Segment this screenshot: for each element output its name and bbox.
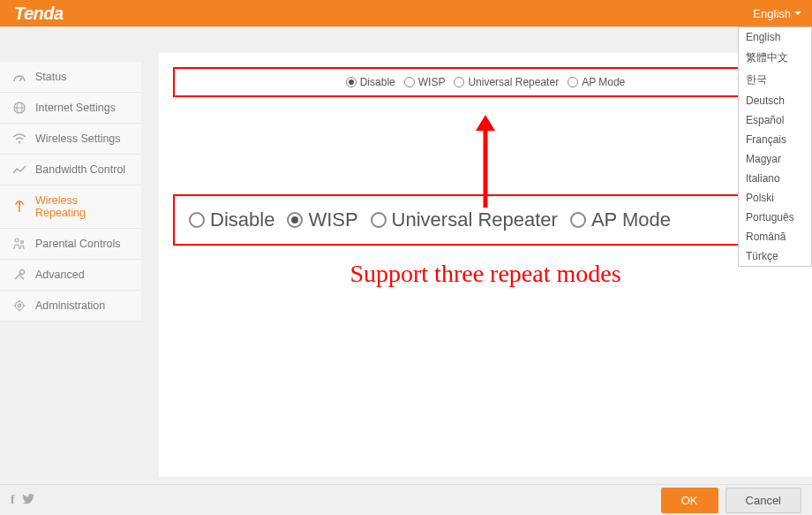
lang-option[interactable]: Italiano bbox=[739, 169, 811, 188]
main-content: Disable WISP Universal Repeater AP Mode … bbox=[141, 27, 812, 484]
radio-option-wisp-large[interactable]: WISP bbox=[287, 208, 357, 231]
radio-label: Universal Repeater bbox=[468, 76, 559, 88]
sidebar-item-wireless-repeating[interactable]: Wireless Repeating bbox=[0, 186, 141, 229]
lang-option[interactable]: Español bbox=[739, 110, 811, 130]
radio-label: WISP bbox=[308, 208, 357, 231]
radio-label: Disable bbox=[360, 76, 395, 88]
lang-option[interactable]: Português bbox=[739, 208, 811, 227]
ok-button[interactable]: OK bbox=[661, 488, 718, 513]
sidebar-item-wireless-settings[interactable]: Wireless Settings bbox=[0, 124, 141, 155]
wifi-icon bbox=[12, 133, 26, 145]
sidebar-item-label: Parental Controls bbox=[35, 238, 121, 250]
svg-point-10 bbox=[20, 270, 25, 275]
sidebar-item-parental-controls[interactable]: Parental Controls bbox=[0, 229, 141, 260]
cancel-button[interactable]: Cancel bbox=[726, 488, 801, 513]
mode-radio-group-small: Disable WISP Universal Repeater AP Mode bbox=[173, 67, 798, 97]
radio-icon bbox=[404, 77, 415, 87]
svg-point-13 bbox=[18, 304, 21, 307]
annotation-caption: Support three repeat modes bbox=[159, 260, 812, 288]
mode-radio-group-large: Disable WISP Universal Repeater AP Mode bbox=[173, 194, 798, 246]
language-selector[interactable]: English bbox=[753, 7, 801, 20]
gear-icon bbox=[12, 299, 26, 312]
sidebar-item-label: Advanced bbox=[35, 269, 85, 281]
lang-option[interactable]: 繁體中文 bbox=[739, 47, 811, 69]
radio-option-wisp[interactable]: WISP bbox=[404, 76, 446, 88]
lang-option[interactable]: Français bbox=[739, 130, 811, 149]
lang-option[interactable]: Türkçe bbox=[739, 246, 811, 266]
lang-option[interactable]: 한국 bbox=[739, 69, 811, 91]
sidebar-item-bandwidth-control[interactable]: Bandwidth Control bbox=[0, 155, 141, 186]
globe-icon bbox=[12, 102, 26, 114]
sidebar-item-administration[interactable]: Administration bbox=[0, 291, 141, 322]
antenna-icon bbox=[12, 201, 26, 213]
caret-down-icon bbox=[794, 11, 801, 15]
lang-option[interactable]: Magyar bbox=[739, 149, 811, 169]
svg-point-4 bbox=[19, 141, 20, 143]
lang-option[interactable]: Română bbox=[739, 227, 811, 246]
footer-buttons: OK Cancel bbox=[661, 488, 801, 513]
svg-point-7 bbox=[15, 239, 19, 242]
radio-icon bbox=[287, 212, 303, 228]
radio-icon bbox=[189, 212, 205, 228]
radio-option-disable[interactable]: Disable bbox=[346, 76, 395, 88]
facebook-icon[interactable]: f bbox=[11, 493, 15, 507]
tools-icon bbox=[12, 269, 26, 281]
radio-option-universal-repeater[interactable]: Universal Repeater bbox=[454, 76, 559, 88]
sidebar-item-label: Bandwidth Control bbox=[35, 163, 125, 176]
svg-point-12 bbox=[16, 302, 24, 310]
svg-line-11 bbox=[20, 276, 24, 279]
lang-option[interactable]: Polski bbox=[739, 188, 811, 208]
sidebar-item-label: Internet Settings bbox=[35, 102, 116, 114]
svg-point-6 bbox=[19, 202, 20, 204]
svg-line-0 bbox=[19, 78, 22, 81]
twitter-icon[interactable] bbox=[22, 493, 34, 507]
sidebar-item-label: Wireless Repeating bbox=[35, 194, 129, 219]
radio-option-ap-mode-large[interactable]: AP Mode bbox=[570, 208, 671, 231]
current-language-label: English bbox=[753, 7, 791, 20]
sidebar-item-internet-settings[interactable]: Internet Settings bbox=[0, 93, 141, 124]
logo: Tenda bbox=[14, 4, 64, 24]
svg-point-8 bbox=[21, 241, 24, 244]
radio-label: AP Mode bbox=[582, 76, 625, 88]
radio-label: AP Mode bbox=[591, 208, 671, 231]
radio-label: Disable bbox=[210, 208, 274, 231]
app-header: Tenda English bbox=[0, 0, 812, 27]
sidebar: Status Internet Settings Wireless Settin… bbox=[0, 27, 141, 484]
social-links: f bbox=[11, 493, 34, 507]
radio-icon bbox=[371, 212, 387, 228]
radio-option-disable-large[interactable]: Disable bbox=[189, 208, 274, 231]
sidebar-item-advanced[interactable]: Advanced bbox=[0, 260, 141, 291]
lang-option[interactable]: Deutsch bbox=[739, 91, 811, 110]
content-panel: Disable WISP Universal Repeater AP Mode … bbox=[159, 53, 812, 477]
sidebar-item-status[interactable]: Status bbox=[0, 62, 141, 93]
radio-label: WISP bbox=[418, 76, 446, 88]
sidebar-item-label: Status bbox=[35, 71, 66, 83]
sidebar-item-label: Wireless Settings bbox=[35, 133, 121, 145]
radio-option-ap-mode[interactable]: AP Mode bbox=[568, 76, 625, 88]
footer: f OK Cancel bbox=[0, 484, 812, 515]
radio-label: Universal Repeater bbox=[392, 208, 558, 231]
radio-icon bbox=[570, 212, 586, 228]
radio-icon bbox=[454, 77, 464, 87]
radio-option-universal-repeater-large[interactable]: Universal Repeater bbox=[371, 208, 558, 231]
svg-marker-19 bbox=[476, 115, 495, 131]
gauge-icon bbox=[12, 71, 26, 83]
chart-icon bbox=[12, 163, 26, 176]
lang-option[interactable]: English bbox=[739, 27, 811, 47]
radio-icon bbox=[346, 77, 357, 87]
language-dropdown: English 繁體中文 한국 Deutsch Español Français… bbox=[738, 27, 812, 267]
radio-icon bbox=[568, 77, 578, 87]
sidebar-item-label: Administration bbox=[35, 299, 105, 312]
family-icon bbox=[12, 238, 26, 250]
